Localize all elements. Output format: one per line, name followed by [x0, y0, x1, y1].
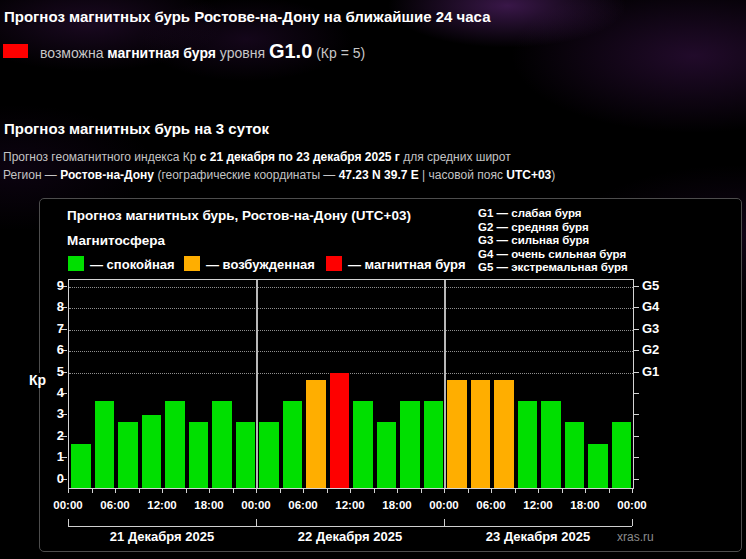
- kp-bar-day2-slot6: [377, 422, 397, 488]
- period-suffix: для средних широт: [400, 150, 511, 164]
- x-tick-2: [115, 488, 116, 493]
- magnetosphere-legend: — спокойная— возбужденная— магнитная бур…: [68, 256, 488, 272]
- y-tick-right-8: [633, 307, 639, 308]
- plot-area: [68, 279, 634, 489]
- x-tick-19: [515, 488, 516, 493]
- time-label-0: 00:00: [48, 499, 88, 511]
- g-legend-line-3: G3 — сильная буря: [478, 234, 628, 248]
- y-tick-right-4: [633, 393, 639, 394]
- x-tick-3: [139, 488, 140, 493]
- kp-bar-day2-slot1: [259, 422, 279, 488]
- forecast-period-line: Прогноз геомагнитного индекса Кр с 21 де…: [3, 150, 511, 164]
- x-tick-22: [585, 488, 586, 493]
- page-title-24h: Прогноз магнитных бурь Ростове-на-Дону н…: [4, 8, 490, 25]
- legend-label-storm: — магнитная буря: [348, 257, 465, 272]
- storm-level-swatch: [3, 44, 28, 58]
- x-tick-17: [468, 488, 469, 493]
- time-label-3: 18:00: [189, 499, 229, 511]
- right-axis-label-G2: G2: [642, 343, 659, 357]
- y-tick-right-0: [633, 479, 639, 480]
- y-label-8: 8: [40, 300, 64, 314]
- time-label-10: 12:00: [518, 499, 558, 511]
- x-tick-23: [609, 488, 610, 493]
- kp-bar-day3-slot8: [612, 422, 632, 488]
- alert-level-word: уровня: [216, 45, 269, 61]
- x-tick-15: [421, 488, 422, 493]
- bracket-tick-1: [256, 519, 257, 526]
- bracket-tick-3: [632, 519, 633, 526]
- kp-bar-day3-slot7: [588, 444, 608, 488]
- g-scale-legend: G1 — слабая буряG2 — средняя буряG3 — си…: [478, 207, 628, 275]
- legend-swatch-quiet: [68, 256, 84, 271]
- kp-bar-day1-slot4: [142, 415, 162, 488]
- time-label-5: 06:00: [283, 499, 323, 511]
- x-tick-6: [209, 488, 210, 493]
- right-axis-label-G5: G5: [642, 279, 659, 293]
- y-label-7: 7: [40, 322, 64, 336]
- bracket-tick-0: [68, 519, 69, 526]
- time-label-7: 18:00: [377, 499, 417, 511]
- g-legend-line-5: G5 — экстремальная буря: [478, 261, 628, 275]
- y-tick-right-9: [633, 286, 639, 287]
- tz-word: | часовой пояс: [419, 168, 506, 182]
- gridline-kp9: [69, 287, 633, 288]
- kp-bar-day1-slot3: [118, 422, 138, 488]
- y-label-9: 9: [40, 279, 64, 293]
- date-label-day3: 23 Декабря 2025: [444, 529, 632, 544]
- x-tick-7: [233, 488, 234, 493]
- magnetosphere-label: Магнитосфера: [67, 233, 165, 248]
- chart-panel: Прогноз магнитных бурь, Ростов-на-Дону (…: [39, 198, 742, 552]
- y-label-3: 3: [40, 407, 64, 421]
- time-label-8: 00:00: [424, 499, 464, 511]
- y-label-6: 6: [40, 343, 64, 357]
- coords-word: (географические координаты —: [154, 168, 339, 182]
- y-tick-right-7: [633, 329, 639, 330]
- region-line: Регион — Ростов-на-Дону (географические …: [3, 168, 555, 182]
- time-label-9: 06:00: [471, 499, 511, 511]
- coords-value: 47.23 N 39.7 E: [339, 168, 419, 182]
- kp-bar-day3-slot5: [541, 401, 561, 488]
- date-label-day2: 22 Декабря 2025: [256, 529, 444, 544]
- credit-link[interactable]: xras.ru: [617, 530, 654, 544]
- gridline-kp8: [69, 308, 633, 309]
- y-tick-right-6: [633, 350, 639, 351]
- kp-bar-day3-slot2: [471, 380, 491, 488]
- kp-bar-day3-slot4: [518, 401, 538, 488]
- x-tick-1: [92, 488, 93, 493]
- bracket-tick-2: [444, 519, 445, 526]
- kp-bar-day2-slot2: [283, 401, 303, 488]
- x-tick-12: [350, 488, 351, 493]
- x-tick-8: [256, 488, 257, 493]
- gridline-kp7: [69, 330, 633, 331]
- kp-bar-day1-slot5: [165, 401, 185, 488]
- kp-bar-day1-slot8: [236, 422, 256, 488]
- region-word: Регион —: [3, 168, 60, 182]
- page-title-3day: Прогноз магнитных бурь на 3 суток: [4, 120, 269, 137]
- g-legend-line-4: G4 — очень сильная буря: [478, 248, 628, 262]
- alert-kp-note: (Кр = 5): [312, 45, 365, 61]
- day-separator-1: [256, 280, 258, 488]
- kp-bar-day3-slot3: [494, 380, 514, 488]
- y-label-0: 0: [40, 472, 64, 486]
- kp-bar-day1-slot1: [71, 444, 91, 488]
- right-axis-label-G1: G1: [642, 365, 659, 379]
- x-tick-13: [374, 488, 375, 493]
- y-tick-right-5: [633, 372, 639, 373]
- y-tick-right-2: [633, 436, 639, 437]
- y-label-1: 1: [40, 450, 64, 464]
- period-text: Прогноз геомагнитного индекса Кр: [3, 150, 200, 164]
- chart-title: Прогноз магнитных бурь, Ростов-на-Дону (…: [67, 208, 411, 223]
- tz-value: UTC+03: [506, 168, 551, 182]
- region-name: Ростов-на-Дону: [60, 168, 154, 182]
- day-separator-2: [444, 280, 446, 488]
- x-tick-16: [444, 488, 445, 493]
- alert-prefix: возможна: [40, 45, 107, 61]
- x-tick-14: [397, 488, 398, 493]
- gridline-kp6: [69, 351, 633, 352]
- gridline-kp5: [69, 373, 633, 374]
- x-tick-5: [186, 488, 187, 493]
- legend-label-excited: — возбужденная: [206, 257, 315, 272]
- kp-bar-day3-slot6: [565, 422, 585, 488]
- legend-swatch-storm: [326, 256, 342, 271]
- kp-bar-day1-slot6: [189, 422, 209, 488]
